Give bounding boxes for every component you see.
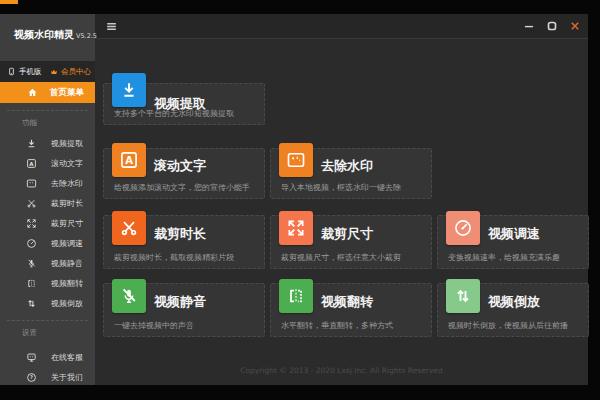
svg-text:A: A	[29, 160, 34, 166]
vip-center-link[interactable]: 会员中心	[50, 67, 91, 77]
card-crop-size[interactable]: 裁剪尺寸 裁剪视频尺寸，框选任意大小裁剪	[270, 215, 432, 269]
phone-icon	[7, 67, 16, 76]
close-icon[interactable]	[568, 19, 582, 33]
maximize-icon[interactable]	[545, 19, 559, 33]
sidebar-item-flip[interactable]: 视频翻转	[0, 273, 95, 293]
sidebar-item-extract[interactable]: 视频提取	[0, 133, 95, 153]
card-subtitle: 裁剪视频时长，截取视频精彩片段	[114, 252, 234, 263]
sidebar-item-trim-duration[interactable]: 裁剪时长	[0, 193, 95, 213]
app-window: 视频水印精灵V5.2.5 手机版 会员中心 首页菜单 功能	[0, 14, 588, 385]
card-scroll-text[interactable]: A 滚动文字 给视频添加滚动文字，您的宣传小能手	[103, 148, 265, 199]
scissors-icon	[112, 211, 146, 245]
minimize-icon[interactable]	[522, 19, 536, 33]
sidebar-item-about[interactable]: ? 关于我们	[0, 367, 95, 387]
card-video-reverse[interactable]: 视频倒放 视频时长倒放，使视频从后往前播	[437, 283, 589, 337]
card-title: 裁剪尺寸	[321, 225, 373, 243]
text-a-icon: A	[26, 158, 37, 169]
sidebar-item-crop-size[interactable]: 裁剪尺寸	[0, 213, 95, 233]
card-subtitle: 支持多个平台的无水印短视频提取	[114, 108, 234, 119]
flip-icon	[279, 279, 313, 313]
mic-mute-icon	[112, 279, 146, 313]
card-subtitle: 导入本地视频，框选水印一键去除	[281, 182, 401, 193]
card-subtitle: 视频时长倒放，使视频从后往前播	[448, 320, 568, 331]
sidebar-item-reverse[interactable]: 视频倒放	[0, 293, 95, 313]
flip-icon	[26, 278, 37, 289]
sidebar: 视频水印精灵V5.2.5 手机版 会员中心 首页菜单 功能	[0, 14, 95, 385]
expand-icon	[279, 211, 313, 245]
card-subtitle: 变换视频速率，给视频充满乐趣	[448, 252, 560, 263]
card-video-extract[interactable]: 视频提取 支持多个平台的无水印短视频提取	[103, 83, 265, 125]
sidebar-item-online-service[interactable]: 在线客服	[0, 347, 95, 367]
card-title: 去除水印	[321, 157, 373, 175]
home-icon	[27, 87, 38, 98]
svg-text:?: ?	[30, 374, 33, 380]
sidebar-item-scroll-text[interactable]: A 滚动文字	[0, 153, 95, 173]
card-subtitle: 给视频添加滚动文字，您的宣传小能手	[114, 182, 250, 193]
card-subtitle: 水平翻转，垂直翻转，多种方式	[281, 320, 393, 331]
online-service-icon	[26, 352, 37, 363]
account-row: 手机版 会员中心	[0, 61, 95, 82]
card-remove-watermark[interactable]: 去除水印 导入本地视频，框选水印一键去除	[270, 148, 432, 199]
card-subtitle: 一键去掉视频中的声音	[114, 320, 194, 331]
hamburger-menu-icon[interactable]	[105, 20, 118, 33]
card-video-flip[interactable]: 视频翻转 水平翻转，垂直翻转，多种方式	[270, 283, 432, 337]
card-title: 视频调速	[488, 225, 540, 243]
expand-icon	[26, 218, 37, 229]
card-video-mute[interactable]: 视频静音 一键去掉视频中的声音	[103, 283, 265, 337]
section-label-function: 功能	[7, 110, 88, 128]
window-controls	[522, 14, 582, 38]
card-trim-duration[interactable]: 裁剪时长 裁剪视频时长，截取视频精彩片段	[103, 215, 265, 269]
remove-watermark-icon	[279, 143, 313, 177]
speedometer-icon	[26, 238, 37, 249]
screen: 视频水印精灵V5.2.5 手机版 会员中心 首页菜单 功能	[0, 0, 600, 400]
scissors-icon	[26, 198, 37, 209]
card-title: 视频静音	[154, 293, 206, 311]
card-title: 视频翻转	[321, 293, 373, 311]
sidebar-item-remove-watermark[interactable]: 去除水印	[0, 173, 95, 193]
speedometer-icon	[446, 211, 480, 245]
mobile-version-link[interactable]: 手机版	[7, 67, 42, 77]
question-circle-icon: ?	[26, 372, 37, 383]
card-video-speed[interactable]: 视频调速 变换视频速率，给视频充满乐趣	[437, 215, 589, 269]
sidebar-item-home[interactable]: 首页菜单	[0, 82, 95, 103]
titlebar	[95, 14, 588, 39]
sidebar-item-mute[interactable]: 视频静音	[0, 253, 95, 273]
app-version: V5.2.5	[76, 32, 97, 40]
remove-watermark-icon	[26, 178, 37, 189]
reverse-icon	[446, 279, 480, 313]
download-icon	[26, 138, 37, 149]
card-title: 裁剪时长	[154, 225, 206, 243]
reverse-icon	[26, 298, 37, 309]
copyright-text: Copyright © 2013 - 2020 Lxsj Inc. All Ri…	[95, 366, 588, 375]
mic-mute-icon	[26, 258, 37, 269]
text-a-icon: A	[112, 143, 146, 177]
crown-icon	[50, 68, 58, 76]
svg-text:A: A	[125, 155, 133, 166]
card-title: 视频倒放	[488, 293, 540, 311]
download-icon	[112, 73, 146, 107]
card-subtitle: 裁剪视频尺寸，框选任意大小裁剪	[281, 252, 401, 263]
window-accent-strip	[0, 0, 18, 4]
card-title: 滚动文字	[154, 157, 206, 175]
sidebar-item-speed[interactable]: 视频调速	[0, 233, 95, 253]
section-label-settings: 设置	[7, 320, 88, 338]
app-title: 视频水印精灵V5.2.5	[0, 14, 95, 42]
